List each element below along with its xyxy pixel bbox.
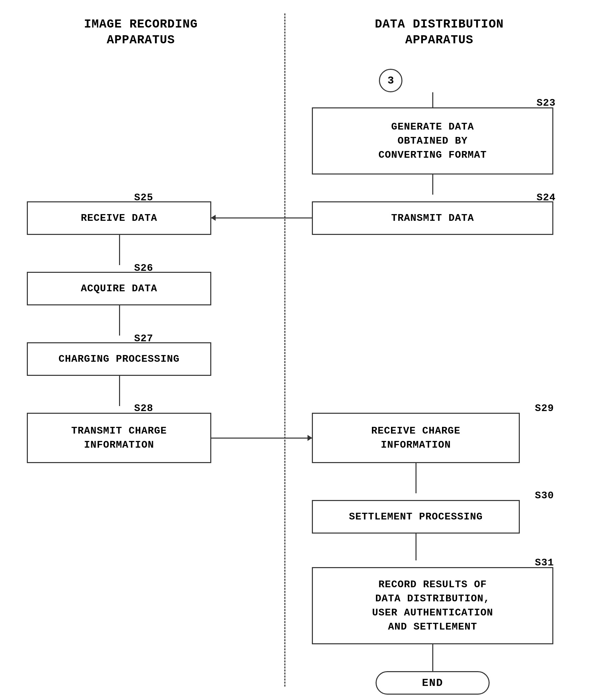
- arrow-s24-to-s25: [211, 217, 312, 218]
- arrow-s28-to-s29: [211, 438, 312, 439]
- box-s27: CHARGING PROCESSING: [27, 342, 211, 376]
- box-s24: TRANSMIT DATA: [312, 201, 553, 235]
- divider: [284, 13, 285, 687]
- box-s31: RECORD RESULTS OFDATA DISTRIBUTION,USER …: [312, 567, 553, 644]
- vline-s31-end: [432, 644, 433, 671]
- box-s25: RECEIVE DATA: [27, 201, 211, 235]
- vline-s26-s27: [119, 305, 120, 336]
- step-s28-label: S28: [134, 403, 153, 414]
- right-column-header: DATA DISTRIBUTIONAPPARATUS: [308, 17, 570, 48]
- step-s30-label: S30: [535, 490, 554, 501]
- vline-s23-s24: [432, 174, 433, 195]
- diagram: IMAGE RECORDINGAPPARATUS DATA DISTRIBUTI…: [0, 0, 610, 700]
- box-s23: GENERATE DATAOBTAINED BYCONVERTING FORMA…: [312, 107, 553, 174]
- vline-s30-s31: [416, 533, 417, 560]
- step-s29-label: S29: [535, 403, 554, 414]
- vline-s29-s30: [416, 463, 417, 493]
- vline-circle-s23: [432, 92, 433, 108]
- left-column-header: IMAGE RECORDINGAPPARATUS: [27, 17, 255, 48]
- box-s29: RECEIVE CHARGEINFORMATION: [312, 413, 520, 463]
- connector-circle: 3: [379, 69, 402, 92]
- box-s30: SETTLEMENT PROCESSING: [312, 500, 520, 533]
- box-s28: TRANSMIT CHARGEINFORMATION: [27, 413, 211, 463]
- step-s23-label: S23: [536, 97, 556, 109]
- vline-s27-s28: [119, 376, 120, 406]
- box-s26: ACQUIRE DATA: [27, 272, 211, 305]
- step-s31-label: S31: [535, 557, 554, 569]
- vline-s25-s26: [119, 235, 120, 265]
- end-box: END: [375, 671, 489, 695]
